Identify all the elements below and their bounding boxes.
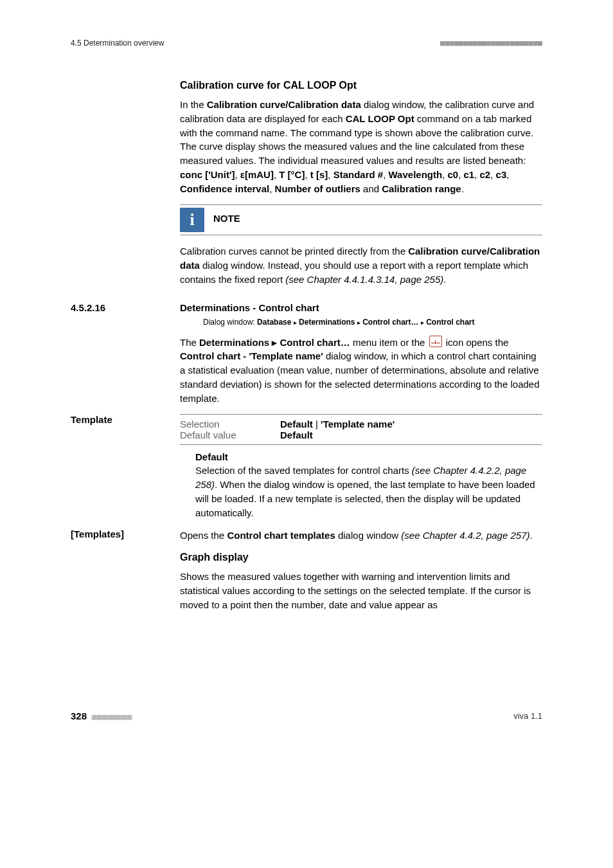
page-number: 328: [71, 710, 87, 721]
note-title: NOTE: [208, 205, 240, 235]
calibration-curve-paragraph: In the Calibration curve/Calibration dat…: [180, 98, 542, 195]
text: (see Chapter 4.4.2, page 257): [401, 530, 529, 541]
default-label: Default: [195, 451, 542, 462]
section-title: Determinations - Control chart: [180, 302, 319, 313]
text: Determinations ▸ Control chart…: [199, 337, 350, 348]
text: ,: [474, 169, 479, 180]
page-header: 4.5 Determination overview ■■■■■■■■■■■■■…: [71, 39, 542, 48]
text: Opens the: [180, 530, 227, 541]
text: ,: [328, 169, 333, 180]
text: c1: [464, 169, 475, 180]
text: Standard #: [333, 169, 384, 180]
text: Wavelength: [389, 169, 443, 180]
info-icon: i: [180, 208, 204, 232]
templates-body: Opens the Control chart templates dialog…: [180, 529, 542, 543]
header-decoration: ■■■■■■■■■■■■■■■■■■■■■■: [440, 39, 542, 48]
header-section: 4.5 Determination overview: [71, 39, 164, 48]
kv-val-selection: Default | 'Template name': [280, 419, 542, 429]
kv-val-default: Default: [280, 429, 542, 440]
note-body: Calibration curves cannot be printed dir…: [180, 235, 542, 286]
text: .: [461, 183, 464, 194]
footer-decoration: ■■■■■■■■: [92, 712, 132, 721]
text: . When the dialog window is opened, the …: [195, 479, 535, 518]
template-label: Template: [71, 414, 112, 425]
kv-key-default: Default value: [180, 429, 257, 440]
text: Number of outliers: [275, 183, 360, 194]
calibration-curve-heading: Calibration curve for CAL LOOP Opt: [180, 80, 542, 91]
text: ε[mAU]: [240, 169, 274, 180]
text: ,: [458, 169, 463, 180]
text: c2: [480, 169, 491, 180]
text: T [°C]: [279, 169, 305, 180]
note-box: i NOTE Calibration curves cannot be prin…: [180, 204, 542, 286]
text: menu item or the: [350, 337, 428, 348]
text: Confidence interval: [180, 183, 269, 194]
text: Control chart: [426, 318, 474, 327]
text: (see Chapter 4.4.1.4.3.14, page 255): [285, 274, 443, 285]
dialog-path: Dialog window: Database ▸ Determinations…: [203, 318, 542, 327]
section-number: 4.5.2.16: [71, 302, 105, 313]
text: c0: [447, 169, 458, 180]
text: Calibration curve/Calibration data: [207, 99, 361, 110]
text: dialog window: [335, 530, 402, 541]
text: c3: [496, 169, 507, 180]
control-chart-icon: [429, 336, 442, 347]
text: ,: [383, 169, 388, 180]
text: In the: [180, 99, 207, 110]
templates-button-label: [Templates]: [71, 529, 124, 539]
template-table: Selection Default | 'Template name' Defa…: [180, 414, 542, 445]
text: Control chart…: [362, 318, 418, 327]
graph-display-heading: Graph display: [180, 552, 542, 563]
text: Determinations: [299, 318, 355, 327]
text: ,: [506, 169, 509, 180]
text: ,: [269, 183, 274, 194]
text: .: [443, 274, 446, 285]
text: ,: [235, 169, 240, 180]
text: Selection of the saved templates for con…: [195, 465, 412, 476]
text: CAL LOOP Opt: [346, 113, 414, 124]
text: Calibration range: [382, 183, 461, 194]
control-chart-paragraph: The Determinations ▸ Control chart… menu…: [180, 336, 542, 406]
text: conc ['Unit']: [180, 169, 235, 180]
text: ,: [490, 169, 495, 180]
text: Database: [257, 318, 291, 327]
text: The: [180, 337, 199, 348]
text: Dialog window:: [203, 318, 257, 327]
kv-key-selection: Selection: [180, 419, 257, 429]
default-body: Selection of the saved templates for con…: [195, 464, 542, 520]
text: Control chart templates: [227, 530, 335, 541]
text: Control chart - 'Template name': [180, 350, 323, 361]
text: Calibration curves cannot be printed dir…: [180, 246, 408, 257]
footer-version: viva 1.1: [513, 711, 542, 721]
text: icon opens the: [443, 337, 509, 348]
text: ,: [305, 169, 310, 180]
text: and: [360, 183, 382, 194]
text: t [s]: [310, 169, 328, 180]
text: .: [529, 530, 532, 541]
page-footer: 328 ■■■■■■■■ viva 1.1: [71, 710, 542, 721]
graph-display-body: Shows the measured values together with …: [180, 570, 542, 611]
